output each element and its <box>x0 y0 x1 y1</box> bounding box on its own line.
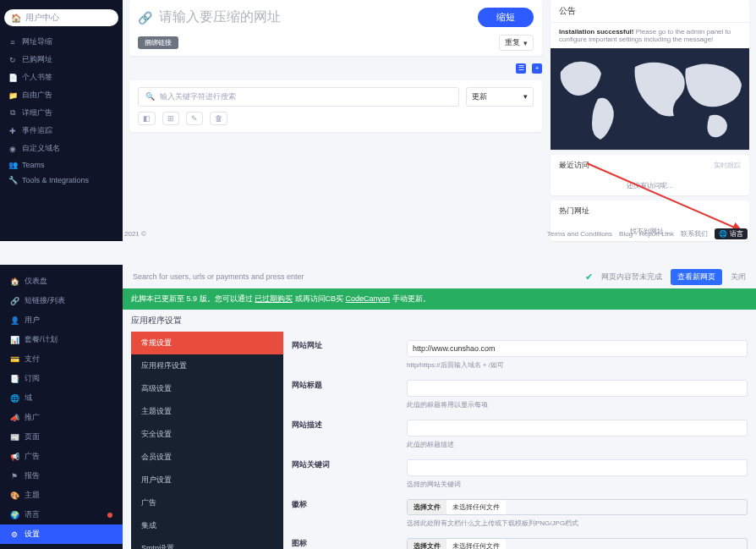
footer-terms[interactable]: Terms and Conditions <box>547 230 612 238</box>
sidebar-item-bookmarks[interactable]: 📄个人书签 <box>0 69 123 86</box>
user-icon: 👤 <box>10 316 19 325</box>
settings-nav-app[interactable]: 应用程序设置 <box>131 354 283 377</box>
url-input[interactable]: 请输入要压缩的网址 <box>159 5 471 30</box>
view-site-button[interactable]: 查看新网页 <box>671 269 722 285</box>
admin-search-input[interactable]: Search for users, urls or payments and p… <box>133 272 304 281</box>
settings-nav-security[interactable]: 安全设置 <box>131 423 283 446</box>
admin-sidebar-email[interactable]: 电子邮件 <box>0 544 123 549</box>
filter-archive-button[interactable]: ◧ <box>138 112 156 125</box>
world-map[interactable] <box>551 48 749 150</box>
site-title-field[interactable] <box>407 380 748 397</box>
footer: 2021 © Terms and Conditions Blog Report … <box>123 227 749 241</box>
card-icon: 💳 <box>10 355 19 364</box>
admin-sidebar-payments[interactable]: 💳支付 <box>0 349 123 369</box>
recent-title: 最近访问 <box>559 160 589 171</box>
admin-sidebar-promo[interactable]: 📣推广 <box>0 408 123 427</box>
admin-sidebar-language[interactable]: 🌍语言 <box>0 505 123 524</box>
admin-sidebar-reports[interactable]: ⚑报告 <box>0 466 123 486</box>
chevron-down-icon: ▾ <box>523 92 528 101</box>
hot-title: 热门网址 <box>559 206 589 217</box>
sidebar-item-tracking[interactable]: ✚事件追踪 <box>0 122 123 140</box>
filter-delete-button[interactable]: 🗑 <box>210 112 227 125</box>
announcement-panel: 公告 Installation successful! Please go to… <box>551 0 749 150</box>
search-input[interactable]: 🔍 输入关键字符进行搜索 <box>138 87 459 107</box>
sidebar-item-freead[interactable]: 📁自由广告 <box>0 86 123 104</box>
admin-sidebar-plans[interactable]: 📊套餐/计划 <box>0 330 123 349</box>
sidebar-item-fullad[interactable]: ⧉详细广告 <box>0 104 123 122</box>
link-icon: 🔗 <box>10 297 19 305</box>
shorten-button[interactable]: 缩短 <box>478 8 534 27</box>
settings-nav: 常规设置 应用程序设置 高级设置 主题设置 安全设置 会员设置 用户设置 广告 … <box>131 332 283 549</box>
sidebar-item-teams[interactable]: 👥Teams <box>0 157 123 173</box>
settings-nav-advanced[interactable]: 高级设置 <box>131 377 283 400</box>
sidebar-item-shorten[interactable]: ≡网址导缩 <box>0 33 123 51</box>
announcement-title: 公告 <box>551 0 749 23</box>
footer-blog[interactable]: Blog <box>619 230 633 238</box>
doc-icon: 📑 <box>10 375 19 383</box>
filter-card: 🔍 输入关键字符进行搜索 更新 ▾ ◧ ⊞ ✎ 🗑 <box>129 80 542 132</box>
admin-sidebar-subscriptions[interactable]: 📑订阅 <box>0 369 123 388</box>
user-center-pill[interactable]: 🏠 用户中心 <box>4 9 118 26</box>
megaphone-icon: 📣 <box>10 414 19 422</box>
check-icon: ✔ <box>585 272 593 283</box>
footer-report[interactable]: Report Link <box>639 230 674 238</box>
admin-topbar: Search for users, urls or payments and p… <box>123 265 756 288</box>
settings-nav-smtp[interactable]: Smtp设置 <box>131 537 283 549</box>
dashboard-icon: 🏠 <box>10 277 19 286</box>
bundle-links-button[interactable]: 捆绑链接 <box>138 36 178 49</box>
sort-select[interactable]: 更新 ▾ <box>466 87 534 107</box>
admin-sidebar-settings[interactable]: ⚙设置 <box>0 524 123 544</box>
settings-nav-user[interactable]: 用户设置 <box>131 469 283 491</box>
sidebar-item-purchased[interactable]: ↻已购网址 <box>0 51 123 69</box>
sidebar-item-domain[interactable]: ◉自定义域名 <box>0 140 123 157</box>
expired-purchase-link[interactable]: 已过期购买 <box>255 294 293 303</box>
folder-icon: 📁 <box>8 91 17 100</box>
recent-empty: 还没有访问呢… <box>551 176 749 195</box>
user-center-label: 用户中心 <box>25 12 59 24</box>
palette-icon: 🎨 <box>10 491 19 500</box>
add-icon[interactable]: + <box>532 63 542 74</box>
site-keywords-field[interactable] <box>407 459 748 476</box>
page-status: 网页内容暂未完成 <box>601 272 662 283</box>
admin-sidebar-themes[interactable]: 🎨主题 <box>0 486 123 505</box>
admin-sidebar-users[interactable]: 👤用户 <box>0 310 123 330</box>
site-url-field[interactable] <box>407 340 748 357</box>
filter-edit-button[interactable]: ✎ <box>186 112 203 125</box>
view-list-icon[interactable]: ☰ <box>516 63 526 74</box>
language-button[interactable]: 🌐 语言 <box>715 228 748 239</box>
people-icon: 👥 <box>8 161 17 169</box>
file-icon: 📄 <box>8 74 17 82</box>
admin-sidebar-ads[interactable]: 📢广告 <box>0 447 123 466</box>
admin-sidebar-dashboard[interactable]: 🏠仪表盘 <box>0 272 123 291</box>
target-icon: ◉ <box>8 145 17 153</box>
settings-nav-integrations[interactable]: 集成 <box>131 514 283 537</box>
ad-icon: 📢 <box>10 453 19 461</box>
settings-nav-general[interactable]: 常规设置 <box>131 332 283 354</box>
admin-sidebar-links[interactable]: 🔗短链接/列表 <box>0 291 123 310</box>
settings-nav-theme[interactable]: 主题设置 <box>131 400 283 423</box>
search-icon: 🔍 <box>145 92 155 101</box>
admin-sidebar-domains[interactable]: 🌐域 <box>0 388 123 408</box>
globe-icon: 🌐 <box>719 230 727 238</box>
list-icon: ≡ <box>8 38 17 47</box>
icon-file-button[interactable]: 选择文件 未选择任何文件 <box>407 538 748 549</box>
admin-sidebar-pages[interactable]: 📰页面 <box>0 427 123 447</box>
recent-realtime[interactable]: 实时跟踪 <box>714 161 741 170</box>
settings-nav-ads[interactable]: 广告 <box>131 491 283 514</box>
repeat-select[interactable]: 重复 ▾ <box>499 35 534 51</box>
sidebar-item-tools[interactable]: 🔧Tools & Integrations <box>0 173 123 188</box>
copyright: 2021 © <box>124 230 146 238</box>
settings-nav-membership[interactable]: 会员设置 <box>131 446 283 469</box>
overlay-icon: ⧉ <box>8 108 17 118</box>
close-button[interactable]: 关闭 <box>731 272 746 283</box>
globe-icon: 🌐 <box>10 394 19 403</box>
chart-icon: 📊 <box>10 336 19 344</box>
filter-grid-button[interactable]: ⊞ <box>162 112 179 125</box>
page-icon: 📰 <box>10 433 19 442</box>
site-desc-field[interactable] <box>407 420 748 436</box>
refresh-icon: ↻ <box>8 56 17 64</box>
footer-contact[interactable]: 联系我们 <box>681 229 708 239</box>
chevron-down-icon: ▾ <box>523 39 528 47</box>
codecanyon-link[interactable]: CodeCanyon <box>346 294 391 303</box>
logo-file-button[interactable]: 选择文件 未选择任何文件 <box>407 499 748 515</box>
